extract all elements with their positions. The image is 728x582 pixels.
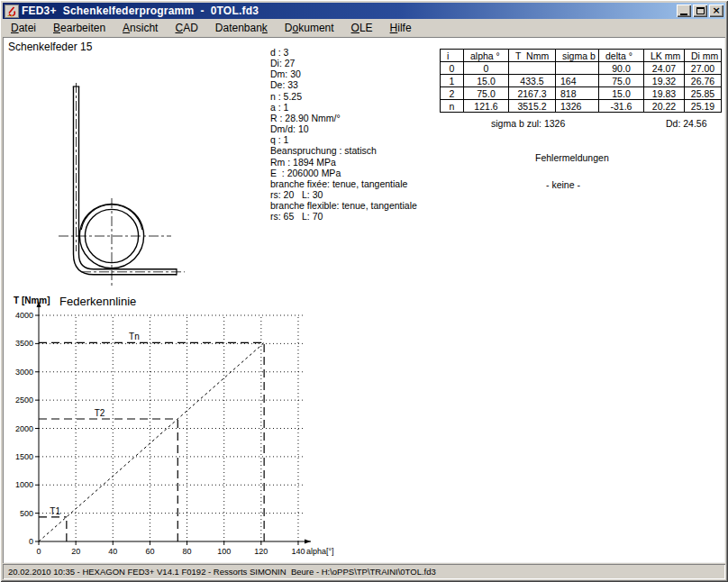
parameter-list: d : 3Di: 27Dm: 30De: 33n : 5.25a : 1R : … [270,47,417,223]
parameter-line: n : 5.25 [270,91,417,102]
svg-text:140: 140 [291,547,305,556]
table-cell: 1326 [556,100,599,113]
svg-text:120: 120 [254,547,268,556]
table-cell: 25.19 [685,100,722,113]
table-header-cell: LK mm [644,50,685,62]
parameter-line: q : 1 [270,134,417,145]
parameter-line: Beanspruchung : statisch [270,145,417,156]
menu-bar: DateiBearbeitenAnsichtCADDatenbankDokume… [3,19,725,37]
parameter-line: De: 33 [270,79,417,90]
menu-item-hilfe[interactable]: Hilfe [390,22,412,34]
table-header-cell: i [441,50,464,62]
maximize-icon [696,7,705,14]
svg-text:500: 500 [20,509,33,518]
parameter-line: rs: 65 L: 70 [270,211,417,222]
table-cell: 121.6 [464,100,509,113]
minimize-button[interactable] [677,5,691,17]
status-text: 20.02.2010 10:35 - HEXAGON FED3+ V14.1 F… [8,567,436,577]
menu-item-cad[interactable]: CAD [175,22,197,34]
table-cell: 2167.3 [509,87,556,100]
table-row: 115.0433.516475.019.3226.76 [441,75,722,87]
spring-drawing [48,73,246,298]
table-cell: 19.32 [644,75,685,87]
menu-item-ole[interactable]: OLE [351,22,373,34]
table-header-cell: delta ° [599,50,644,62]
parameter-line: Dm/d: 10 [270,123,417,134]
table-cell: 818 [556,87,599,100]
table-cell: 25.85 [685,87,722,100]
table-cell: 24.07 [644,62,685,75]
table-cell: -31.6 [599,100,644,113]
close-icon: × [712,6,720,15]
svg-text:alpha[°]: alpha[°] [306,547,334,556]
svg-text:3000: 3000 [15,368,33,377]
menu-item-datei[interactable]: Datei [11,22,36,34]
page-title: Schenkelfeder 15 [8,41,92,53]
parameter-line: Rm : 1894 MPa [270,157,417,168]
table-cell: 0 [464,62,509,75]
svg-text:T1: T1 [50,506,60,516]
table-cell: 0 [441,62,464,75]
table-cell: 2 [441,87,464,100]
table-header-cell: alpha ° [464,50,509,62]
table-cell [556,62,599,75]
parameter-line: a : 1 [270,102,417,113]
svg-text:40: 40 [108,547,117,556]
dd-label: Dd: 24.56 [666,118,707,129]
table-cell: 15.0 [599,87,644,100]
title-bar: FED3+ Schenkelfederprogramm - 0TOL.fd3 × [3,3,725,19]
error-messages-value: - keine - [546,179,580,190]
app-icon[interactable] [5,5,19,18]
svg-text:3500: 3500 [15,339,33,348]
parameter-line: E : 206000 MPa [270,168,417,178]
table-cell: 20.22 [644,100,685,113]
parameter-line: Di: 27 [270,58,417,68]
table-cell: 19.83 [644,87,685,100]
svg-text:2000: 2000 [15,424,33,433]
maximize-button[interactable] [693,5,707,17]
menu-item-bearbeiten[interactable]: Bearbeiten [53,22,105,34]
menu-item-dokument[interactable]: Dokument [285,22,334,34]
table-cell: 433.5 [509,75,556,87]
minimize-icon [680,14,687,15]
window-title: FED3+ Schenkelfederprogramm - 0TOL.fd3 [22,5,677,17]
svg-text:20: 20 [71,547,80,556]
table-cell: 75.0 [464,87,509,100]
table-row: n121.63515.21326-31.620.2225.19 [441,100,722,113]
table-cell: 15.0 [464,75,509,87]
error-messages-title: Fehlermeldungen [535,152,609,163]
menu-item-ansicht[interactable]: Ansicht [123,22,158,34]
table-cell: 3515.2 [509,100,556,113]
app-window: FED3+ Schenkelfederprogramm - 0TOL.fd3 ×… [0,0,728,582]
close-button[interactable]: × [709,5,723,17]
svg-text:T [Nmm]: T [Nmm] [14,296,50,305]
svg-text:0: 0 [29,537,33,546]
status-bar: 20.02.2010 10:35 - HEXAGON FED3+ V14.1 F… [3,564,725,579]
parameter-line: Dm: 30 [270,68,417,79]
table-cell: 164 [556,75,599,87]
svg-text:0: 0 [36,547,41,556]
spring-app-icon [5,5,18,17]
results-table: ialpha °T Nmmsigma bdelta °LK mmDi mm 00… [440,49,722,113]
svg-text:T2: T2 [95,408,105,418]
main-content: Schenkelfeder 15 d : 3Di: 27Dm: 30De: 33… [3,37,725,563]
table-cell: 26.76 [685,75,722,87]
table-cell: n [441,100,464,113]
table-header-cell: T Nmm [509,50,556,62]
table-row: 0090.024.0727.00 [441,62,722,75]
menu-item-datenbank[interactable]: Datenbank [215,22,268,34]
chart-svg: 0500100015002000250030003500400002040608… [3,288,345,560]
svg-text:Federkennlinie: Federkennlinie [59,295,136,308]
table-cell [509,62,556,75]
svg-text:1500: 1500 [15,452,33,461]
svg-text:4000: 4000 [15,311,33,320]
results-table-body: 0090.024.0727.00115.0433.516475.019.3226… [441,62,722,113]
sigma-b-zul-label: sigma b zul: 1326 [491,118,565,129]
svg-text:60: 60 [145,547,154,556]
svg-text:Tn: Tn [129,332,140,341]
table-row: 275.02167.381815.019.8325.85 [441,87,722,100]
table-cell: 1 [441,75,464,87]
parameter-line: branche flexible: tenue, tangentiale [270,200,417,211]
table-cell: 27.00 [685,62,722,75]
svg-text:2500: 2500 [15,396,33,405]
